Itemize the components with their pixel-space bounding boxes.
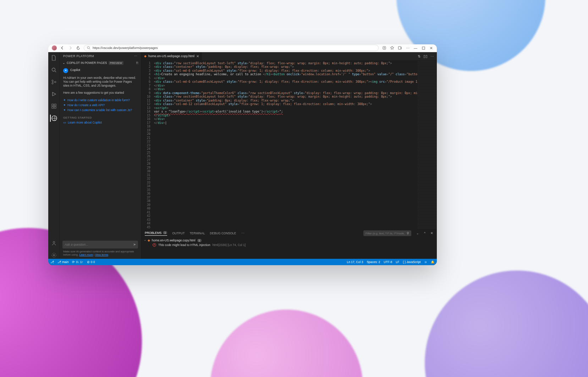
- ask-question-box[interactable]: ➤: [62, 241, 138, 248]
- panel-tab-more-icon[interactable]: ⋯: [241, 231, 244, 235]
- problems-filter[interactable]: ⚲: [363, 230, 411, 236]
- sparkle-icon: ✦: [63, 103, 66, 107]
- minimize-icon[interactable]: —: [413, 46, 418, 50]
- panel-tab-terminal[interactable]: TERMINAL: [189, 231, 205, 235]
- bottom-panel: PROBLEMS 1 OUTPUT TERMINAL DEBUG CONSOLE…: [141, 229, 437, 259]
- status-eol[interactable]: LF: [396, 260, 399, 264]
- svg-point-14: [53, 255, 55, 256]
- editor-tab-home[interactable]: ◆ home.en-US.webpage.copy.html ✕: [141, 52, 202, 60]
- line-number-gutter: 1234567891011121314151617181920212223242…: [141, 61, 153, 229]
- side-panel-more-icon[interactable]: ⋯: [134, 54, 138, 58]
- split-editor-icon[interactable]: ▯▯: [423, 54, 428, 58]
- browser-chrome: ⋯ — ✕: [48, 44, 437, 52]
- learn-more-link[interactable]: ▭ Learn more about Copilot: [60, 120, 141, 125]
- address-bar[interactable]: [84, 45, 379, 51]
- compare-changes-icon[interactable]: ⇅: [418, 54, 421, 58]
- book-icon: ▭: [63, 121, 66, 124]
- svg-rect-10: [54, 104, 56, 106]
- panel-tab-output[interactable]: OUTPUT: [172, 231, 185, 235]
- svg-point-2: [384, 48, 385, 49]
- side-panel-title: POWER PLATFORM: [63, 54, 94, 58]
- maximize-icon[interactable]: [421, 46, 425, 50]
- source-control-icon[interactable]: [50, 78, 57, 86]
- favorite-icon[interactable]: [390, 46, 394, 50]
- svg-rect-4: [422, 47, 425, 49]
- status-branch[interactable]: ⎇main: [57, 260, 68, 264]
- disclaimer-learn-link[interactable]: Learn more: [79, 253, 93, 256]
- browser-window: ⋯ — ✕: [48, 44, 437, 265]
- suggestion-link-2[interactable]: ✦How can I customize a table list with c…: [63, 108, 137, 113]
- status-sync[interactable]: ⟳0↓ 1↑: [72, 260, 83, 264]
- status-language[interactable]: { } JavaScript: [403, 260, 421, 264]
- editor-tabs: ◆ home.en-US.webpage.copy.html ✕ ⇅ ▯▯ ⋯: [141, 52, 437, 61]
- account-icon[interactable]: [50, 240, 57, 247]
- sparkle-icon: ✦: [63, 98, 66, 102]
- panel-close-icon[interactable]: ✕: [430, 231, 433, 235]
- problems-filter-input[interactable]: [366, 232, 405, 235]
- panel-tab-problems[interactable]: PROBLEMS 1: [145, 231, 167, 236]
- suggestion-link-1[interactable]: ✦How do I create a web API?: [63, 103, 137, 108]
- svg-rect-12: [54, 106, 56, 108]
- settings-gear-icon[interactable]: [50, 252, 57, 259]
- refresh-icon[interactable]: [76, 46, 80, 50]
- run-debug-icon[interactable]: [50, 91, 57, 98]
- vscode-app: POWER PLATFORM ⋯ ⌄ COPILOT IN POWER PAGE…: [48, 52, 437, 266]
- panel-maximize-icon[interactable]: ^: [424, 231, 425, 235]
- minimap[interactable]: [418, 61, 437, 229]
- send-icon[interactable]: ➤: [133, 242, 136, 246]
- svg-point-5: [52, 68, 55, 71]
- error-icon: ✕: [153, 243, 156, 247]
- problem-file-count: 1: [197, 239, 202, 242]
- status-encoding[interactable]: UTF-8: [384, 260, 392, 264]
- getting-started-heading: GETTING STARTED: [60, 113, 141, 120]
- extensions-icon[interactable]: [50, 103, 57, 110]
- bg-blob-purple-right: [425, 271, 588, 377]
- site-info-icon[interactable]: [382, 46, 386, 50]
- status-bell-icon[interactable]: 🔔: [431, 260, 435, 264]
- problem-item[interactable]: ✕ This code might lead to HTML injection…: [145, 242, 433, 247]
- panel-collapse-icon[interactable]: ⌄: [416, 231, 419, 235]
- problem-file-name: home.en-US.webpage.copy.html: [152, 239, 196, 242]
- learn-more-text: Learn more about Copilot: [68, 121, 102, 124]
- chevron-right-icon: ›: [143, 240, 147, 241]
- svg-point-0: [87, 47, 89, 49]
- nav-forward-icon[interactable]: [68, 46, 72, 50]
- problem-meta: html(2339) [Ln 74, Col 1]: [213, 243, 246, 247]
- status-feedback-icon[interactable]: ☺: [424, 260, 427, 264]
- panel-tab-debug[interactable]: DEBUG CONSOLE: [210, 231, 236, 235]
- sparkle-icon: ✦: [63, 108, 66, 112]
- more-icon[interactable]: ⋯: [406, 46, 410, 50]
- explorer-icon[interactable]: [50, 54, 57, 61]
- search-activity-icon[interactable]: [50, 66, 57, 73]
- collections-icon[interactable]: [398, 46, 402, 50]
- suggestion-link-0[interactable]: ✦How do I write custom validation in tab…: [63, 98, 137, 103]
- tab-close-icon[interactable]: ✕: [196, 54, 199, 58]
- nav-back-icon[interactable]: [60, 46, 65, 50]
- copilot-section-header[interactable]: ⌄ COPILOT IN POWER PAGES PREVIEW ⎘: [60, 60, 141, 66]
- status-remote-icon[interactable]: ⎇: [50, 260, 54, 264]
- html-file-icon: ◆: [148, 239, 150, 242]
- svg-rect-9: [52, 104, 54, 106]
- url-input[interactable]: [93, 46, 375, 50]
- ask-question-input[interactable]: [65, 243, 133, 246]
- power-platform-icon[interactable]: [50, 115, 57, 122]
- problem-file-row[interactable]: › ◆ home.en-US.webpage.copy.html 1: [145, 239, 433, 242]
- ai-disclaimer: Make sure AI-generated content is accura…: [62, 248, 138, 257]
- close-window-icon[interactable]: ✕: [429, 46, 433, 50]
- filter-funnel-icon[interactable]: ⚲: [407, 231, 409, 235]
- status-cursor[interactable]: Ln 17, Col 3: [347, 260, 363, 264]
- svg-point-13: [53, 241, 55, 243]
- profile-avatar[interactable]: [52, 45, 57, 50]
- copilot-section-label: COPILOT IN POWER PAGES: [67, 61, 107, 65]
- status-errors-warnings[interactable]: ⊘0 0: [87, 260, 95, 264]
- status-spaces[interactable]: Spaces: 2: [367, 260, 380, 264]
- code-editor[interactable]: 1234567891011121314151617181920212223242…: [141, 61, 437, 229]
- svg-point-7: [52, 83, 53, 84]
- copilot-feedback-icon[interactable]: ⎘: [136, 61, 138, 65]
- chevron-down-icon: ⌄: [62, 61, 65, 65]
- code-content[interactable]: <div class="row sectionBlockLayout text-…: [153, 61, 418, 229]
- disclaimer-terms-link[interactable]: View terms: [95, 253, 108, 256]
- status-bar: ⎇ ⎇main ⟳0↓ 1↑ ⊘0 0 Ln 17, Col 3 Spaces:…: [48, 259, 437, 265]
- preview-badge: PREVIEW: [109, 61, 124, 65]
- tab-more-icon[interactable]: ⋯: [430, 54, 434, 58]
